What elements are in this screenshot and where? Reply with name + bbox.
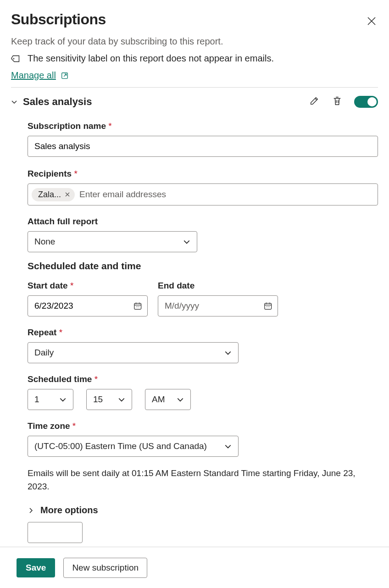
external-link-icon [61,72,69,80]
recipient-chip-label: Zala... [38,190,61,200]
recipients-input-container[interactable]: Zala... [28,183,378,205]
close-button[interactable] [365,15,378,29]
enable-toggle[interactable] [354,96,378,108]
chevron-right-icon [28,507,34,514]
footer: Save New subscription [0,547,389,588]
save-button[interactable]: Save [17,558,55,577]
more-options-label: More options [40,505,98,516]
new-subscription-button[interactable]: New subscription [63,558,147,578]
svg-point-8 [267,306,268,307]
sensitivity-row: The sensitivity label on this report doe… [11,53,378,64]
subscription-name-header: Sales analysis [23,96,92,108]
chevron-down-icon [183,238,190,245]
chevron-down-icon [11,99,17,105]
svg-point-0 [13,58,14,59]
chevron-down-icon [224,443,232,450]
delete-button[interactable] [331,95,343,108]
svg-point-5 [139,306,139,307]
calendar-icon [133,301,142,311]
svg-point-4 [137,306,138,307]
chevron-down-icon [118,396,125,403]
end-date-input[interactable] [165,301,264,311]
sensitivity-text: The sensitivity label on this report doe… [28,53,274,64]
attach-select[interactable]: None [28,231,197,252]
calendar-icon [264,301,272,311]
timezone-select[interactable]: (UTC-05:00) Eastern Time (US and Canada) [28,436,239,457]
start-date-input-wrap[interactable] [28,295,148,316]
end-date-label: End date [158,281,278,291]
start-date-input[interactable] [34,301,133,311]
partial-box [28,522,83,543]
toggle-knob [367,97,377,106]
chevron-down-icon [59,396,67,403]
close-icon [367,17,376,26]
subscription-expand-toggle[interactable]: Sales analysis [11,96,92,108]
attach-select-value: None [34,237,55,247]
recipient-chip-remove[interactable] [65,192,70,197]
start-date-label: Start date * [28,281,148,291]
more-options-toggle[interactable]: More options [28,505,378,516]
pencil-icon [309,96,319,106]
timezone-value: (UTC-05:00) Eastern Time (US and Canada) [34,441,207,451]
tag-icon [11,54,21,64]
repeat-select-value: Daily [34,348,54,358]
manage-all-label: Manage all [11,70,56,81]
scheduled-time-label: Scheduled time * [28,374,378,384]
hour-select[interactable]: 1 [28,389,73,410]
svg-point-7 [266,306,267,307]
page-title: Subscriptions [11,11,106,28]
recipient-chip: Zala... [32,188,75,201]
svg-rect-6 [264,303,271,309]
recipients-text-input[interactable] [79,189,374,200]
divider [11,87,378,88]
page-subtitle: Keep track of your data by subscribing t… [11,36,378,47]
ampm-value: AM [152,394,165,405]
minute-value: 15 [93,394,103,405]
chevron-down-icon [177,396,184,403]
subscription-name-label: Subscription name * [28,121,378,131]
svg-point-9 [269,306,269,307]
chevron-down-icon [224,349,232,356]
svg-rect-2 [134,303,141,309]
recipients-label: Recipients * [28,169,378,179]
x-icon [65,192,70,197]
timezone-label: Time zone * [28,421,378,431]
manage-all-link[interactable]: Manage all [11,70,69,81]
schedule-summary: Emails will be sent daily at 01:15 AM Ea… [28,467,378,493]
repeat-select[interactable]: Daily [28,342,239,363]
minute-select[interactable]: 15 [86,389,132,410]
svg-point-3 [136,306,136,307]
attach-label: Attach full report [28,216,378,227]
schedule-heading: Scheduled date and time [28,261,378,272]
end-date-input-wrap[interactable] [158,295,278,316]
edit-button[interactable] [308,95,320,108]
repeat-label: Repeat * [28,327,378,338]
trash-icon [332,96,342,106]
subscription-name-input[interactable] [28,136,378,157]
ampm-select[interactable]: AM [145,389,191,410]
hour-value: 1 [34,394,39,405]
